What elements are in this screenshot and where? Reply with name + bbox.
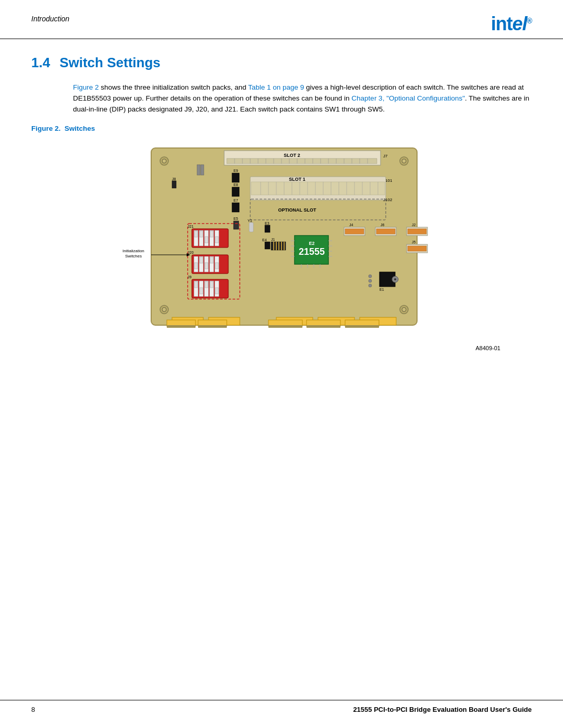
e4-comp — [265, 242, 270, 249]
section-heading: 1.4Switch Settings — [31, 55, 532, 71]
figure-label: Figure 2. Switches — [31, 125, 95, 132]
small-conn-tl — [197, 165, 200, 175]
j9-toggle5 — [215, 288, 218, 294]
e9-label: E9 — [234, 169, 238, 172]
page-container: Introduction intel® 1.4Switch Settings F… — [0, 0, 563, 728]
diagram-ref: A8409-01 — [31, 345, 500, 351]
bottom-bump-3 — [268, 325, 302, 328]
j20-toggle5 — [215, 263, 218, 269]
e3-label: E3 — [265, 221, 270, 225]
j6-label: J6 — [381, 223, 385, 227]
body-paragraph: Figure 2 shows the three initialization … — [73, 82, 532, 115]
annotation-text2: Switches — [125, 254, 142, 258]
figure-caption: Figure 2. Switches — [31, 125, 532, 132]
j1-comp — [271, 242, 286, 250]
chapter3-link[interactable]: Chapter 3, "Optional Configurations" — [351, 94, 464, 102]
j20-toggle1 — [194, 263, 198, 269]
svg-rect-0 — [227, 158, 377, 164]
j20-toggle2 — [200, 257, 203, 263]
e1-circle1 — [369, 275, 372, 278]
logo-registered: ® — [527, 17, 532, 25]
j8-label: J8 — [172, 177, 176, 181]
bottom-bump-4 — [307, 325, 340, 328]
e1-label: E1 — [380, 288, 384, 291]
j2-label: J2 — [412, 223, 416, 227]
bottom-bump-5 — [345, 325, 379, 328]
svg-rect-19 — [251, 182, 385, 195]
mounting-hole-tl-inner — [162, 159, 166, 163]
j9-toggle3 — [205, 281, 208, 288]
j21-toggle3 — [205, 237, 208, 243]
logo-text-int: int — [491, 13, 512, 34]
j21-label: J21 — [188, 225, 193, 228]
j102-label: J102 — [383, 198, 393, 202]
e7-comp — [232, 203, 239, 212]
annotation-text1: Initialization — [123, 249, 144, 253]
board-diagram: SLOT 2 J7 J101 — [31, 143, 532, 341]
e8-label: E8 — [234, 183, 238, 187]
j20-toggle4 — [210, 257, 213, 263]
mounting-hole-tr-inner — [402, 159, 406, 163]
j9-label: J9 — [188, 275, 192, 279]
page-number: 8 — [31, 706, 35, 713]
intel-logo: intel® — [491, 15, 532, 33]
j4-label: J4 — [349, 223, 353, 227]
y1-comp — [249, 223, 253, 232]
e4-label: E4 — [262, 238, 267, 242]
optional-slot-label: OPTIONAL SLOT — [278, 207, 316, 213]
slot2-teeth — [227, 158, 377, 164]
e5-label: E5 — [234, 217, 238, 220]
page-header: Introduction intel® — [0, 0, 563, 39]
e2-label: E2 — [309, 241, 314, 246]
bottom-bump-1 — [167, 325, 195, 328]
section-label: Introduction — [31, 15, 69, 23]
slot2-label: SLOT 2 — [284, 153, 300, 158]
logo-text-el: el — [512, 13, 527, 34]
j21-toggle4 — [210, 231, 213, 237]
e3-comp — [265, 225, 270, 232]
section-title: Switch Settings — [59, 55, 161, 70]
j21-toggle1 — [194, 231, 198, 237]
j9-toggle1 — [194, 281, 198, 288]
page-footer: 8 21555 PCI-to-PCI Bridge Evaluation Boa… — [0, 700, 563, 713]
small-conn-tl2 — [201, 165, 204, 175]
e5-comp — [234, 221, 239, 229]
bottom-bump-2 — [198, 325, 227, 328]
mounting-hole-br-inner — [402, 307, 406, 312]
j5-inner — [408, 246, 426, 251]
main-content: 1.4Switch Settings Figure 2 shows the th… — [0, 55, 563, 351]
section-number: 1.4 — [31, 55, 50, 70]
board-svg: SLOT 2 J7 J101 — [120, 143, 443, 341]
figure2-link[interactable]: Figure 2 — [73, 83, 99, 91]
j7-label: J7 — [383, 154, 388, 158]
doc-title: 21555 PCI-to-PCI Bridge Evaluation Board… — [353, 706, 532, 713]
e1-circle-center — [394, 278, 396, 280]
slot1-label: SLOT 1 — [289, 177, 305, 182]
chip-21555-label: 21555 — [299, 246, 325, 257]
e9-comp — [232, 173, 239, 182]
j20-label: J20 — [188, 251, 193, 254]
table1-link[interactable]: Table 1 on page 9 — [248, 83, 304, 91]
j1-label: J1 — [271, 238, 275, 241]
j21-toggle2 — [200, 231, 203, 237]
mounting-hole-bl-inner — [162, 307, 166, 312]
e1-circle2 — [369, 279, 372, 282]
e1-circle3 — [369, 284, 372, 287]
j6-inner — [376, 229, 395, 234]
pcb-board — [151, 148, 417, 325]
j20-toggle3 — [205, 263, 208, 269]
e8-comp — [232, 187, 239, 196]
j2-inner — [408, 229, 426, 234]
j4-inner — [345, 229, 364, 234]
j21-toggle5 — [215, 237, 218, 243]
j5-label: J5 — [412, 240, 416, 244]
j9-toggle2 — [200, 288, 203, 294]
j8-comp — [172, 181, 176, 188]
j9-toggle4 — [210, 281, 213, 288]
e7-label: E7 — [234, 199, 238, 202]
y1-label: Y1 — [248, 219, 252, 223]
